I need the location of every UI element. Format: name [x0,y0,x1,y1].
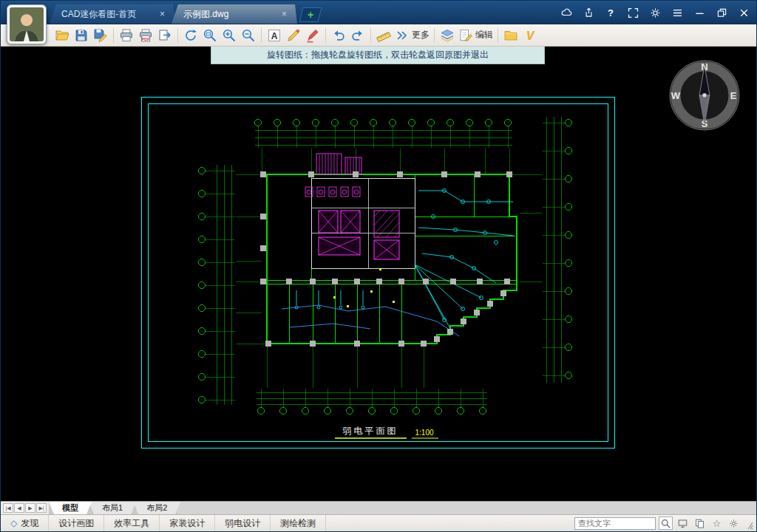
edit-button[interactable]: 编辑 [457,26,495,45]
new-tab-button[interactable]: + [299,7,322,22]
paper-border [141,97,614,448]
last-sheet-button[interactable]: ▶| [36,503,47,513]
save-as-icon [93,28,108,43]
export-button[interactable] [155,26,174,45]
pencil-button[interactable] [284,26,303,45]
tab-home-close-icon[interactable]: × [158,9,166,19]
efficiency-tools-label: 效率工具 [114,517,149,530]
help-button[interactable]: ? [604,6,617,19]
search-icon [660,518,671,529]
undo-button[interactable] [329,26,348,45]
print-button[interactable] [117,26,136,45]
statusbar-item-design-draw[interactable]: 设计画图 [49,515,104,531]
marker-button[interactable] [303,26,322,45]
statusbar-item-efficiency-tools[interactable]: 效率工具 [104,515,160,531]
maximize-button[interactable] [715,6,728,19]
cad-drawing[interactable]: 弱电平面图 1:100 N E S W [1,47,756,501]
elv-design-label: 弱电设计 [225,517,260,530]
compass-west-label: W [671,90,681,101]
minimize-icon [693,7,706,19]
zoom-in-icon [222,28,237,43]
menu-button[interactable] [671,6,684,19]
save-as-button[interactable] [91,26,110,45]
resize-grip[interactable] [744,518,754,530]
toolbar-separator [261,28,262,43]
drawing-canvas[interactable]: 旋转图纸：拖拽轮盘旋转图纸，双击轮盘返回原图并退出 [1,47,756,501]
printer-icon [119,28,134,43]
rotate-hint-text: 旋转图纸：拖拽轮盘旋转图纸，双击轮盘返回原图并退出 [267,49,489,61]
yellow-devices [333,268,395,307]
statusbar-item-home-design[interactable]: 家装设计 [160,515,215,531]
user-avatar[interactable] [7,4,47,44]
statusbar-settings-button[interactable] [727,516,741,530]
share-button[interactable] [582,6,595,19]
home-design-label: 家装设计 [169,517,205,530]
favorite-button[interactable]: ☆ [710,516,724,530]
toolbar-separator [177,28,178,43]
share-icon [583,7,595,19]
hamburger-icon [671,7,684,19]
cloud-icon [560,7,573,19]
ruler-icon [376,28,391,43]
edit-page-icon [458,28,473,43]
screen-capture-button[interactable] [676,516,690,530]
open-button[interactable] [52,26,72,45]
rotate-icon [183,28,198,43]
first-sheet-button[interactable]: |◀ [3,503,13,513]
next-sheet-button[interactable]: ▶ [25,503,35,513]
more-label: 更多 [412,29,430,41]
design-draw-label: 设计画图 [58,517,94,530]
print-pdf-button[interactable]: PDF [136,26,155,45]
redo-button[interactable] [348,26,367,45]
fullscreen-icon [627,7,639,19]
layers-button[interactable] [438,26,457,45]
tab-home-label: CAD迷你看图-首页 [61,8,136,21]
dimension-lines [199,117,572,415]
magenta-fixtures [305,154,399,259]
text-button[interactable]: A [265,26,284,45]
statusbar-item-elv-design[interactable]: 弱电设计 [215,515,271,531]
survey-check-label: 测绘检测 [280,517,316,530]
cyan-wiring [295,189,514,332]
tab-layout1[interactable]: 布局1 [89,502,136,514]
fullscreen-button[interactable] [626,6,639,19]
zoom-in-button[interactable] [220,26,239,45]
text-a-icon: A [267,28,282,43]
blue-wiring [282,305,459,336]
undo-icon [331,28,346,43]
tab-document[interactable]: 示例图.dwg × [172,4,297,24]
statusbar-item-discover[interactable]: ◇ 发现 [1,515,49,531]
measure-button[interactable] [374,26,393,45]
tab-document-close-icon[interactable]: × [280,9,288,19]
prev-sheet-button[interactable]: ◀ [14,503,24,513]
rotate-hint-banner: 旋转图纸：拖拽轮盘旋转图纸，双击轮盘返回原图并退出 [211,47,545,64]
gear-icon [649,7,662,19]
tab-layout1-label: 布局1 [102,502,123,514]
more-measure-button[interactable]: 更多 [393,26,431,45]
close-button[interactable] [737,6,750,19]
pencil-icon [286,28,301,43]
toolbar-separator [434,28,435,43]
compare-pages-button[interactable] [693,516,707,530]
double-chevron-icon [395,28,410,43]
svg-text:V: V [526,30,535,42]
compass-widget[interactable]: N E S W [670,61,739,130]
tab-home[interactable]: CAD迷你看图-首页 × [50,4,175,24]
cloud-button[interactable] [560,6,573,19]
rotate-button[interactable] [181,26,200,45]
folder-button[interactable] [501,26,520,45]
vip-button[interactable]: V [520,26,540,45]
minimize-button[interactable] [693,6,706,19]
settings-button[interactable] [648,6,662,19]
zoom-out-button[interactable] [239,26,258,45]
zoom-window-button[interactable] [200,26,220,45]
yellow-folder-icon [503,28,518,43]
save-button[interactable] [72,26,91,45]
tab-model[interactable]: 模型 [49,502,92,514]
find-text-input[interactable] [574,517,656,530]
star-icon: ☆ [713,518,722,529]
toolbar-separator [370,28,371,43]
tab-layout2[interactable]: 布局2 [133,502,180,514]
statusbar-item-survey-check[interactable]: 测绘检测 [271,515,326,531]
find-button[interactable] [659,516,673,530]
